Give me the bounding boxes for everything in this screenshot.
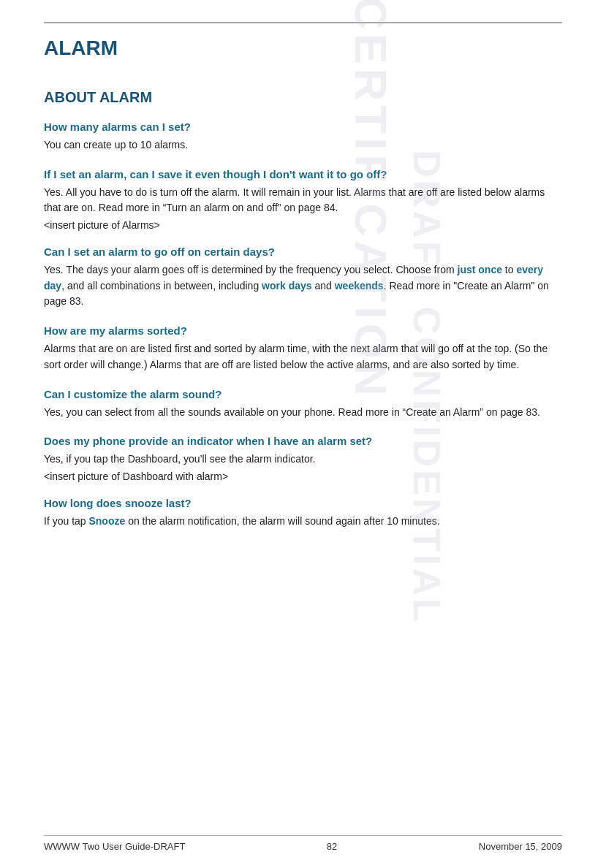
question-title-6: Does my phone provide an indicator when … bbox=[44, 435, 562, 447]
question-block-1: How many alarms can I set? You can creat… bbox=[44, 121, 562, 153]
answer-text-1: You can create up to 10 alarms. bbox=[44, 137, 562, 153]
answer-text-3: Yes. The days your alarm goes off is det… bbox=[44, 262, 562, 310]
text-7-part2: on the alarm notification, the alarm wil… bbox=[125, 515, 439, 527]
question-block-6: Does my phone provide an indicator when … bbox=[44, 435, 562, 482]
insert-note-2: <insert picture of Alarms> bbox=[44, 219, 562, 231]
question-block-7: How long does snooze last? If you tap Sn… bbox=[44, 497, 562, 530]
question-title-3: Can I set an alarm to go off on certain … bbox=[44, 245, 562, 258]
top-border bbox=[44, 22, 562, 23]
question-title-5: Can I customize the alarm sound? bbox=[44, 388, 562, 400]
link-work-days[interactable]: work days bbox=[262, 280, 311, 292]
link-weekends[interactable]: weekends bbox=[335, 280, 384, 292]
text-3-part3: , and all combinations in between, inclu… bbox=[61, 280, 262, 292]
question-title-4: How are my alarms sorted? bbox=[44, 324, 562, 337]
page-title: ALARM bbox=[44, 37, 562, 60]
text-3-part4: and bbox=[312, 280, 335, 292]
answer-text-5: Yes, you can select from all the sounds … bbox=[44, 405, 562, 421]
text-3-part1: Yes. The days your alarm goes off is det… bbox=[44, 264, 458, 275]
answer-text-4: Alarms that are on are listed first and … bbox=[44, 341, 562, 373]
question-block-3: Can I set an alarm to go off on certain … bbox=[44, 245, 562, 310]
question-block-5: Can I customize the alarm sound? Yes, yo… bbox=[44, 388, 562, 421]
footer-center: 82 bbox=[327, 841, 337, 852]
footer: WWWW Two User Guide-DRAFT 82 November 15… bbox=[44, 835, 562, 852]
footer-left: WWWW Two User Guide-DRAFT bbox=[44, 841, 185, 852]
question-title-7: How long does snooze last? bbox=[44, 497, 562, 509]
insert-note-6: <insert picture of Dashboard with alarm> bbox=[44, 471, 562, 482]
link-snooze[interactable]: Snooze bbox=[88, 515, 125, 527]
question-title-1: How many alarms can I set? bbox=[44, 121, 562, 133]
question-block-2: If I set an alarm, can I save it even th… bbox=[44, 168, 562, 231]
question-block-4: How are my alarms sorted? Alarms that ar… bbox=[44, 324, 562, 373]
answer-text-6a: Yes, if you tap the Dashboard, you’ll se… bbox=[44, 452, 562, 468]
text-3-part2: to bbox=[502, 264, 516, 275]
link-just-once[interactable]: just once bbox=[458, 264, 502, 275]
question-title-2: If I set an alarm, can I save it even th… bbox=[44, 168, 562, 180]
section-title-about-alarm: ABOUT ALARM bbox=[44, 89, 562, 106]
page: ALARM FOR CERTIFICATION DRAFT CONFIDENTI… bbox=[0, 0, 606, 868]
answer-text-2a: Yes. All you have to do is turn off the … bbox=[44, 185, 562, 216]
footer-right: November 15, 2009 bbox=[479, 841, 562, 852]
text-7-part1: If you tap bbox=[44, 515, 88, 527]
answer-text-7: If you tap Snooze on the alarm notificat… bbox=[44, 514, 562, 530]
